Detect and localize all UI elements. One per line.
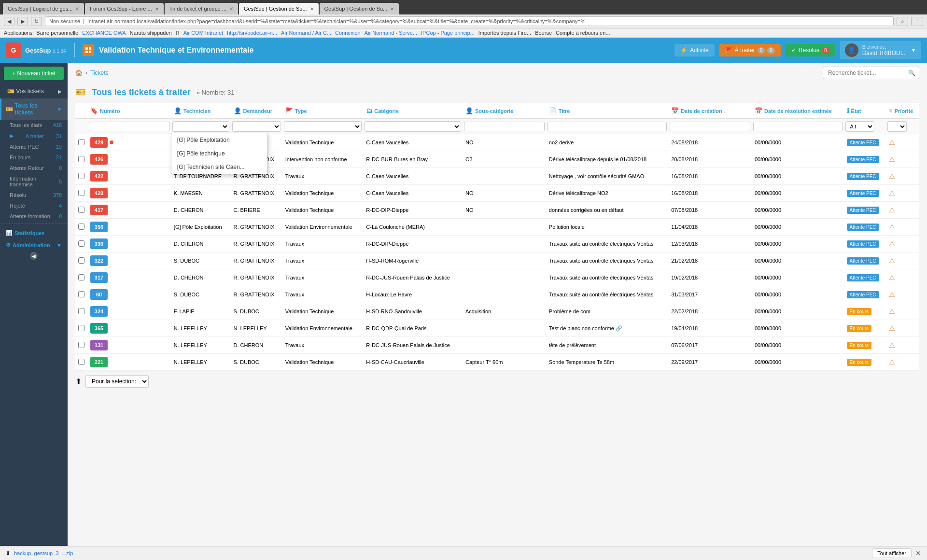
tab-1[interactable]: GestSup | Logiciel de ges...✕ bbox=[3, 3, 84, 14]
row-checkbox[interactable] bbox=[78, 274, 84, 280]
th-date-creation[interactable]: 📅Date de création ↓ bbox=[668, 103, 752, 119]
row-checkbox[interactable] bbox=[78, 139, 84, 145]
ticket-number[interactable]: 417 bbox=[90, 205, 108, 215]
tab-2-close[interactable]: ✕ bbox=[155, 6, 159, 12]
download-close-icon[interactable]: ✕ bbox=[915, 549, 921, 557]
bookmark-naruto[interactable]: Naruto shippuden bbox=[130, 30, 172, 36]
row-checkbox[interactable] bbox=[78, 207, 84, 213]
to-treat-button[interactable]: 🚩 À traiter 0 0 bbox=[719, 44, 781, 56]
filter-numero[interactable] bbox=[89, 122, 169, 131]
filter-date-creation[interactable] bbox=[670, 122, 750, 131]
sidebar-sub-attente-pec[interactable]: Attente PEC 10 bbox=[0, 141, 68, 152]
sidebar-sub-en-cours[interactable]: En cours 21 bbox=[0, 152, 68, 163]
row-checkbox[interactable] bbox=[78, 240, 84, 247]
ticket-number[interactable]: 60 bbox=[90, 289, 108, 300]
table-row[interactable]: 317 D. CHERON R. GRATTENOIX Travaux R-DC… bbox=[75, 269, 919, 286]
ticket-number[interactable]: 420 bbox=[90, 188, 108, 198]
sidebar-collapse-button[interactable]: ◀ bbox=[30, 252, 38, 260]
ticket-number[interactable]: 322 bbox=[90, 255, 108, 266]
sidebar-sub-tous-etats[interactable]: Tous les états 418 bbox=[0, 120, 68, 130]
dropdown-item-3[interactable]: [G] Technicien site Caen... bbox=[171, 160, 267, 174]
bookmark-apps[interactable]: Applications bbox=[4, 30, 32, 36]
table-row[interactable]: 330 D. CHERON R. GRATTENOIX Travaux R-DC… bbox=[75, 236, 919, 252]
table-row[interactable]: 221 N. LEPELLEY S. DUBOC Validation Tech… bbox=[75, 354, 919, 371]
table-row[interactable]: 60 S. DUBOC R. GRATTENOIX Travaux H-Loca… bbox=[75, 286, 919, 303]
row-checkbox[interactable] bbox=[78, 257, 84, 264]
menu-button[interactable]: ⋮ bbox=[911, 17, 923, 26]
new-ticket-button[interactable]: + Nouveau ticket bbox=[4, 67, 64, 80]
filter-date-resolution[interactable] bbox=[753, 122, 843, 131]
sidebar-sub-rejete[interactable]: Rejeté 4 bbox=[0, 200, 68, 211]
bookmark-compte[interactable]: Compte à rebours en... bbox=[556, 30, 610, 36]
bookmark-button[interactable]: ☆ bbox=[897, 17, 908, 26]
tab-5-close[interactable]: ✕ bbox=[390, 6, 394, 12]
th-numero[interactable]: 🔖Numéro bbox=[87, 103, 171, 119]
tab-4-close[interactable]: ✕ bbox=[310, 6, 314, 12]
th-type[interactable]: 🚩Type bbox=[282, 103, 364, 119]
sidebar-statistics[interactable]: 📊 Statistiques bbox=[0, 226, 68, 238]
table-row[interactable]: 324 F. LAPIE S. DUBOC Validation Techniq… bbox=[75, 303, 919, 320]
filter-type[interactable] bbox=[284, 121, 362, 132]
table-row[interactable]: 356 [G] Pôle Exploitation R. GRATTENOIX … bbox=[75, 219, 919, 236]
bookmark-imported[interactable]: Importés depuis Fire... bbox=[478, 30, 531, 36]
th-etat[interactable]: ℹÉtat bbox=[844, 103, 886, 119]
sidebar-sub-info-transmise[interactable]: Information transmise 5 bbox=[0, 173, 68, 190]
table-row[interactable]: 131 N. LEPELLEY D. CHERON Travaux R-DC-J… bbox=[75, 337, 919, 354]
resolved-button[interactable]: ✓ Résolus 8 bbox=[786, 44, 835, 56]
sidebar-administration[interactable]: ⚙ Administration ▼ bbox=[0, 238, 68, 250]
tab-3-close[interactable]: ✕ bbox=[229, 6, 233, 12]
ticket-number[interactable]: 131 bbox=[90, 340, 108, 350]
ticket-number[interactable]: 422 bbox=[90, 171, 108, 182]
tab-3[interactable]: Tri de ticket et groupe ...✕ bbox=[165, 3, 238, 14]
row-checkbox[interactable] bbox=[78, 342, 84, 348]
row-checkbox[interactable] bbox=[78, 291, 84, 297]
sidebar-sub-resolu[interactable]: Résolu 378 bbox=[0, 190, 68, 200]
reload-button[interactable]: ↻ bbox=[31, 17, 42, 26]
ticket-number[interactable]: 330 bbox=[90, 238, 108, 249]
filter-technicien[interactable] bbox=[172, 121, 229, 132]
ticket-number[interactable]: 429 bbox=[90, 137, 108, 148]
bookmark-ipcop[interactable]: IPCop - Page princip... bbox=[421, 30, 475, 36]
tab-4[interactable]: GestSup | Gestion de Su...✕ bbox=[239, 3, 319, 14]
ticket-number[interactable]: 317 bbox=[90, 272, 108, 283]
table-row[interactable]: 322 S. DUBOC R. GRATTENOIX Travaux H-SD-… bbox=[75, 252, 919, 269]
tab-1-close[interactable]: ✕ bbox=[75, 6, 79, 12]
th-demandeur[interactable]: 👤Demandeur bbox=[231, 103, 282, 119]
bookmark-r[interactable]: R bbox=[176, 30, 180, 36]
back-button[interactable]: ◀ bbox=[4, 17, 14, 26]
ticket-number[interactable]: 356 bbox=[90, 222, 108, 232]
ticket-number[interactable]: 221 bbox=[90, 357, 108, 367]
th-titre[interactable]: 📄Titre bbox=[546, 103, 668, 119]
row-checkbox[interactable] bbox=[78, 190, 84, 196]
dropdown-item-2[interactable]: [G] Pôle technique bbox=[171, 147, 267, 160]
address-bar[interactable] bbox=[45, 16, 894, 26]
filter-priorite[interactable] bbox=[887, 121, 907, 132]
sidebar-sub-attente-retour[interactable]: Attente Retour 0 bbox=[0, 163, 68, 173]
th-priorite[interactable]: ≡Priorité bbox=[886, 103, 919, 119]
tab-5[interactable]: GestSup | Gestion de Su...✕ bbox=[320, 3, 399, 14]
th-sous-categorie[interactable]: 👤Sous-catégorie bbox=[463, 103, 546, 119]
activity-button[interactable]: ⚡ Activité bbox=[674, 44, 715, 56]
bookmark-owa[interactable]: EXCHANGE OWA bbox=[82, 30, 126, 36]
row-checkbox[interactable] bbox=[78, 325, 84, 331]
forward-button[interactable]: ▶ bbox=[17, 17, 28, 26]
dropdown-item-1[interactable]: [G] Pôle Exploitation bbox=[171, 133, 267, 147]
bulk-action-select[interactable]: Pour la selection: bbox=[85, 375, 149, 388]
table-row[interactable]: 365 N. LEPELLEY N. LEPELLEY Validation E… bbox=[75, 320, 919, 337]
table-row[interactable]: 417 D. CHERON C. BRIERE Validation Techn… bbox=[75, 202, 919, 219]
filter-sous-categorie[interactable] bbox=[464, 122, 545, 131]
row-checkbox[interactable] bbox=[78, 156, 84, 162]
th-categorie[interactable]: 🗂Catégorie bbox=[363, 103, 463, 119]
filter-demandeur[interactable] bbox=[232, 121, 281, 132]
tout-afficher-button[interactable]: Tout afficher bbox=[872, 548, 912, 558]
bookmark-aircom[interactable]: Air COM Intranet bbox=[183, 30, 224, 36]
download-filename[interactable]: backup_gestsup_3-....zip bbox=[14, 550, 73, 556]
bookmark-connexion[interactable]: Connexion bbox=[335, 30, 361, 36]
sidebar-sub-a-traiter[interactable]: ▶ A traiter 31 bbox=[0, 130, 68, 141]
bookmark-serve[interactable]: Air Normand - Serve... bbox=[365, 30, 417, 36]
th-date-resolution[interactable]: 📅Date de résolution estimée bbox=[752, 103, 844, 119]
sidebar-item-vos-tickets[interactable]: 🎫 Vos tickets ▶ bbox=[0, 84, 68, 98]
bookmark-airnormand[interactable]: Air Normand / Air C... bbox=[281, 30, 331, 36]
tab-2[interactable]: Forum GestSup - Ecrire ...✕ bbox=[85, 3, 163, 14]
row-checkbox[interactable] bbox=[78, 173, 84, 179]
